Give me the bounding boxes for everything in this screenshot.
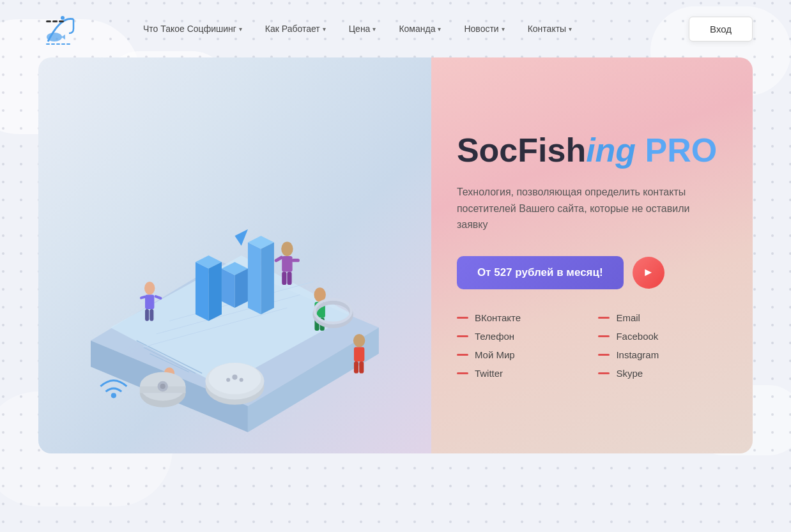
dash-icon <box>598 372 610 374</box>
hero-content: SocFishing PRO Технология, позволяющая о… <box>431 57 753 453</box>
dash-icon <box>457 372 468 374</box>
svg-rect-4 <box>46 20 51 22</box>
feature-email: Email <box>598 312 721 323</box>
svg-marker-24 <box>208 262 221 321</box>
svg-marker-30 <box>261 243 273 315</box>
logo[interactable] <box>38 6 83 51</box>
nav-item-team[interactable]: Команда ▾ <box>390 19 450 39</box>
hero-title: SocFishing PRO <box>457 132 721 169</box>
nav-item-what[interactable]: Что Такое Соцфишинг ▾ <box>134 19 251 39</box>
svg-rect-41 <box>287 272 291 285</box>
chevron-down-icon: ▾ <box>569 26 572 33</box>
svg-point-60 <box>232 375 237 380</box>
hero-illustration <box>38 57 431 453</box>
dash-icon <box>457 354 468 356</box>
header: Что Такое Соцфишинг ▾ Как Работает ▾ Цен… <box>0 0 791 57</box>
dash-icon <box>598 335 610 337</box>
svg-rect-9 <box>56 43 60 45</box>
hero-subtitle: Технология, позволяющая определить конта… <box>457 184 700 233</box>
play-button[interactable]: ► <box>633 257 664 289</box>
feature-vkontakte: ВКонтакте <box>457 312 580 323</box>
logo-svg <box>38 6 83 51</box>
main-nav: Что Такое Соцфишинг ▾ Как Работает ▾ Цен… <box>134 19 689 39</box>
svg-rect-5 <box>52 20 58 22</box>
nav-item-how[interactable]: Как Работает ▾ <box>256 19 335 39</box>
svg-rect-39 <box>282 256 292 272</box>
chevron-down-icon: ▾ <box>438 26 441 33</box>
dash-icon <box>598 354 610 356</box>
svg-marker-28 <box>248 243 261 315</box>
svg-rect-55 <box>359 361 364 373</box>
feature-facebook: Facebook <box>598 331 721 342</box>
dash-icon <box>457 317 468 319</box>
svg-rect-8 <box>51 43 55 45</box>
svg-rect-54 <box>354 361 358 373</box>
chevron-down-icon: ▾ <box>239 26 242 33</box>
svg-rect-11 <box>66 43 70 45</box>
isometric-illustration <box>38 57 431 453</box>
login-button[interactable]: Вход <box>689 17 753 42</box>
svg-point-61 <box>240 378 243 382</box>
svg-rect-53 <box>354 347 364 361</box>
svg-point-3 <box>61 16 65 20</box>
play-icon: ► <box>643 266 654 279</box>
svg-point-2 <box>47 33 62 42</box>
feature-phone: Телефон <box>457 331 580 342</box>
feature-moimor: Мой Мир <box>457 349 580 360</box>
svg-point-67 <box>160 384 165 389</box>
svg-point-32 <box>144 282 155 294</box>
features-grid: ВКонтакте Email Телефон Facebook Мой Мир… <box>457 312 721 379</box>
hero-section: SocFishing PRO Технология, позволяющая о… <box>38 57 753 453</box>
chevron-down-icon: ▾ <box>502 26 505 33</box>
nav-item-contacts[interactable]: Контакты ▾ <box>519 19 581 39</box>
svg-marker-27 <box>234 268 247 307</box>
svg-point-56 <box>111 393 116 398</box>
svg-rect-10 <box>61 43 65 45</box>
chevron-down-icon: ▾ <box>372 26 376 33</box>
chevron-down-icon: ▾ <box>323 26 326 33</box>
cta-button[interactable]: От 527 рублей в месяц! <box>457 256 624 289</box>
svg-rect-34 <box>145 309 149 321</box>
dash-icon <box>598 317 610 319</box>
cta-row: От 527 рублей в месяц! ► <box>457 256 721 289</box>
feature-instagram: Instagram <box>598 349 721 360</box>
svg-point-38 <box>281 241 293 256</box>
feature-twitter: Twitter <box>457 368 580 379</box>
dash-icon <box>457 335 468 337</box>
svg-marker-25 <box>222 268 234 307</box>
svg-marker-31 <box>234 229 247 246</box>
svg-marker-22 <box>196 262 208 321</box>
svg-rect-6 <box>59 20 64 22</box>
svg-point-52 <box>353 334 365 347</box>
nav-item-news[interactable]: Новости ▾ <box>455 19 513 39</box>
svg-rect-35 <box>150 309 153 321</box>
svg-point-62 <box>226 378 230 382</box>
svg-rect-7 <box>46 43 50 45</box>
nav-item-price[interactable]: Цена ▾ <box>340 19 385 39</box>
feature-skype: Skype <box>598 368 721 379</box>
svg-rect-40 <box>282 272 286 285</box>
svg-rect-37 <box>154 295 162 300</box>
svg-rect-33 <box>145 294 154 309</box>
svg-rect-43 <box>292 259 300 262</box>
